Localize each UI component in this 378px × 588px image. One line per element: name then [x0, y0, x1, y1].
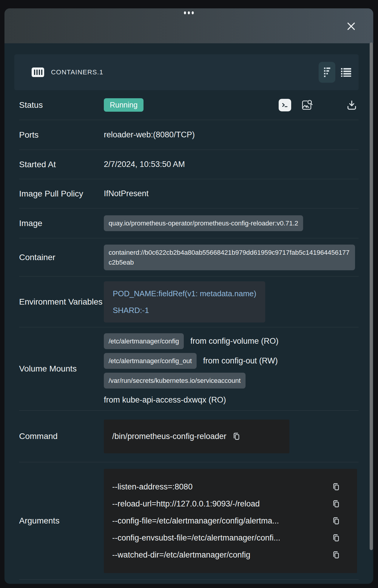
argument-item: --reload-url=http://127.0.0.1:9093/-/rel… [112, 495, 340, 512]
argument-item: --listen-address=:8080 [112, 478, 340, 495]
copy-argument-button[interactable] [331, 533, 340, 542]
mount-path-chip: /etc/alertmanager/config [104, 333, 184, 349]
volume-mounts-row: Volume Mounts /etc/alertmanager/config f… [19, 327, 359, 411]
copy-command-button[interactable] [232, 432, 241, 441]
container-label: Container [19, 251, 104, 263]
copy-icon [331, 533, 340, 542]
argument-value: --watched-dir=/etc/alertmanager/config [112, 550, 250, 560]
started-at-row: Started At 2/7/2024, 10:53:50 AM [19, 150, 359, 179]
status-label: Status [19, 99, 104, 111]
container-details-modal: CONTAINERS.1 Status [4, 8, 373, 584]
image-pull-policy-value: IfNotPresent [104, 189, 359, 198]
container-id-chip: containerd://b0c622cb2b4a80ab55668421b97… [104, 245, 355, 270]
close-x-icon [346, 22, 356, 31]
ellipsis-drag-handle-icon[interactable] [183, 10, 195, 16]
environment-variables-row: Environment Variables POD_NAME:fieldRef(… [19, 277, 359, 327]
detail-view-toggle[interactable] [319, 62, 335, 83]
environment-variables-label: Environment Variables [19, 296, 104, 308]
container-row: Container containerd://b0c622cb2b4a80ab5… [19, 238, 359, 277]
environment-variables-box: POD_NAME:fieldRef(v1: metadata.name) SHA… [104, 281, 265, 323]
mount-path-chip: /var/run/secrets/kubernetes.io/serviceac… [104, 373, 246, 389]
status-badge: Running [104, 98, 144, 112]
copy-icon [331, 499, 340, 508]
argument-value: --config-file=/etc/alertmanager/config/a… [112, 516, 279, 526]
argument-value: --listen-address=:8080 [112, 482, 192, 492]
view-toggle-group [319, 62, 354, 83]
image-pull-policy-row: Image Pull Policy IfNotPresent [19, 179, 359, 208]
vertical-scrollbar-thumb[interactable] [370, 42, 373, 550]
env-var: SHARD:-1 [113, 306, 256, 314]
terminal-button[interactable] [279, 99, 291, 111]
mount-source: from kube-api-access-dxwqx (RO) [104, 395, 226, 405]
ports-row: Ports reloader-web:(8080/TCP) [19, 120, 359, 150]
copy-icon [331, 516, 340, 525]
modal-header [4, 8, 373, 43]
argument-value: --reload-url=http://127.0.0.1:9093/-/rel… [112, 499, 260, 509]
argument-item: --config-file=/etc/alertmanager/config/a… [112, 512, 340, 529]
volume-mount: /etc/alertmanager/config_out from config… [104, 353, 278, 369]
arguments-label: Arguments [19, 515, 104, 526]
command-row: Command /bin/prometheus-config-reloader [19, 411, 359, 462]
image-search-icon [301, 99, 313, 111]
ports-label: Ports [19, 129, 104, 141]
image-row: Image quay.io/prometheus-operator/promet… [19, 208, 359, 238]
list-view-toggle[interactable] [338, 62, 354, 83]
close-button[interactable] [345, 20, 358, 33]
started-at-value: 2/7/2024, 10:53:50 AM [104, 160, 359, 169]
copy-icon [331, 482, 340, 491]
list-view-icon [341, 68, 351, 77]
download-button[interactable] [346, 99, 357, 111]
copy-argument-button[interactable] [331, 516, 340, 525]
container-actions [279, 99, 357, 111]
copy-icon [331, 550, 340, 559]
mount-path-chip: /etc/alertmanager/config_out [104, 353, 197, 369]
containers-section-header: CONTAINERS.1 [14, 54, 359, 90]
image-search-button[interactable] [301, 99, 313, 111]
status-row: Status Running [19, 90, 359, 120]
arguments-row: Arguments --listen-address=:8080 --reloa… [19, 462, 359, 580]
terminal-icon [281, 101, 289, 109]
arguments-box: --listen-address=:8080 --reload-url=http… [104, 469, 357, 573]
image-chip: quay.io/prometheus-operator/prometheus-c… [104, 215, 303, 231]
mount-source: from config-out (RW) [203, 356, 278, 366]
argument-item: --config-envsubst-file=/etc/alertmanager… [112, 529, 340, 546]
copy-argument-button[interactable] [331, 550, 340, 559]
env-var: POD_NAME:fieldRef(v1: metadata.name) [113, 290, 256, 297]
volume-mount: /var/run/secrets/kubernetes.io/serviceac… [104, 373, 246, 389]
download-icon [346, 99, 357, 111]
ports-value: reloader-web:(8080/TCP) [104, 130, 359, 139]
volume-mounts-label: Volume Mounts [19, 363, 104, 374]
detail-view-icon [323, 67, 331, 78]
argument-value: --config-envsubst-file=/etc/alertmanager… [112, 533, 280, 543]
argument-item: --watched-dir=/etc/alertmanager/config [112, 546, 340, 564]
volume-mounts-list: /etc/alertmanager/config from config-vol… [104, 333, 279, 405]
image-pull-policy-label: Image Pull Policy [19, 188, 104, 199]
container-icon [31, 67, 44, 77]
command-label: Command [19, 430, 104, 442]
command-box: /bin/prometheus-config-reloader [104, 420, 289, 453]
volume-mount: /etc/alertmanager/config from config-vol… [104, 333, 279, 349]
copy-argument-button[interactable] [331, 499, 340, 508]
command-value: /bin/prometheus-config-reloader [112, 432, 226, 441]
mount-source: from config-volume (RO) [190, 337, 279, 346]
copy-icon [232, 432, 241, 441]
started-at-label: Started At [19, 159, 104, 170]
details-rows: Status Running [19, 90, 359, 580]
section-title: CONTAINERS.1 [51, 68, 103, 76]
copy-argument-button[interactable] [331, 482, 340, 491]
image-label: Image [19, 217, 104, 229]
